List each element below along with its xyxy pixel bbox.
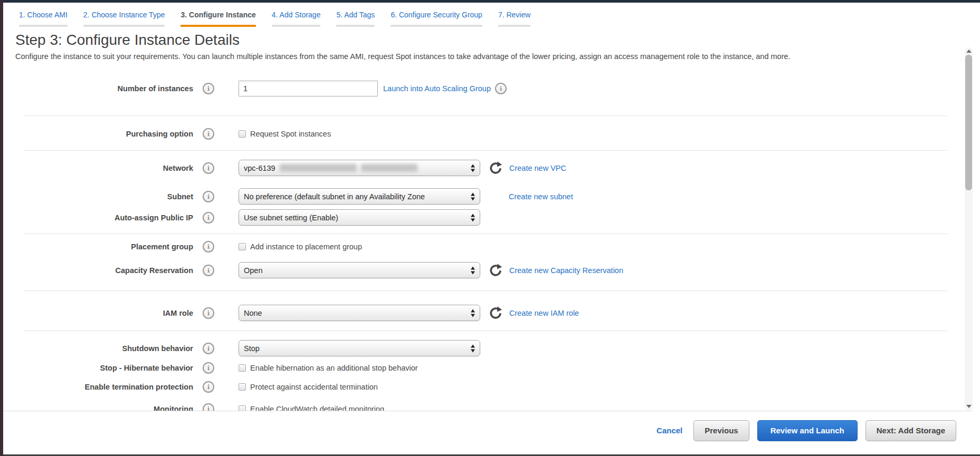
monitoring-label: Monitoring (16, 405, 193, 411)
row-auto-assign-public-ip: Auto-assign Public IP i Use subnet setti… (16, 209, 952, 226)
tab-label: 4. Add Storage (272, 11, 321, 19)
request-spot-instances-label: Request Spot instances (250, 130, 331, 138)
network-select[interactable]: vpc-6139 (239, 160, 480, 176)
info-icon[interactable]: i (203, 403, 214, 411)
tab-choose-instance-type[interactable]: 2. Choose Instance Type (83, 11, 165, 27)
tab-label: 3. Configure Instance (180, 11, 255, 19)
refresh-icon[interactable] (489, 306, 503, 320)
info-glyph: i (207, 130, 210, 138)
protect-termination-label: Protect against accidental termination (250, 383, 378, 391)
launch-into-auto-scaling-group-link[interactable]: Launch into Auto Scaling Group (383, 84, 491, 93)
scroll-up-icon[interactable] (966, 50, 972, 53)
create-new-vpc-link[interactable]: Create new VPC (509, 164, 566, 172)
request-spot-instances-checkbox[interactable] (239, 130, 246, 138)
info-icon[interactable]: i (495, 83, 507, 94)
info-icon[interactable]: i (203, 307, 214, 319)
refresh-icon[interactable] (489, 161, 503, 175)
tab-underline (19, 25, 68, 27)
tab-add-tags[interactable]: 5. Add Tags (336, 11, 375, 27)
separator (24, 331, 947, 331)
subnet-select[interactable]: No preference (default subnet in any Ava… (239, 188, 480, 205)
info-glyph: i (207, 364, 210, 372)
info-icon[interactable]: i (203, 83, 214, 94)
tab-review[interactable]: 7. Review (498, 11, 530, 27)
purchasing-option-label: Purchasing option (16, 130, 193, 138)
tab-underline (272, 25, 321, 27)
vertical-scrollbar[interactable] (965, 47, 973, 410)
info-icon[interactable]: i (203, 362, 214, 374)
select-arrows-icon (471, 164, 475, 172)
iam-role-value: None (244, 309, 262, 317)
info-glyph: i (207, 383, 210, 391)
separator (24, 290, 947, 291)
topbar (0, 0, 980, 3)
info-icon[interactable]: i (203, 212, 214, 224)
row-network: Network i vpc-6139 Create new VPC (16, 160, 952, 176)
number-of-instances-label: Number of instances (16, 84, 193, 93)
info-icon[interactable]: i (203, 381, 214, 393)
tab-label: 1. Choose AMI (19, 11, 68, 19)
termination-protection-label: Enable termination protection (16, 383, 193, 391)
protect-termination-checkbox[interactable] (239, 383, 246, 391)
row-subnet: Subnet i No preference (default subnet i… (16, 188, 952, 205)
tab-underline (391, 25, 482, 27)
info-glyph: i (207, 344, 210, 353)
page-description: Configure the instance to suit your requ… (15, 50, 812, 63)
enable-cloudwatch-monitoring-label: Enable CloudWatch detailed monitoring (250, 405, 384, 411)
scroll-down-icon[interactable] (966, 405, 972, 408)
previous-button[interactable]: Previous (693, 420, 749, 441)
row-purchasing-option: Purchasing option i Request Spot instanc… (16, 128, 952, 140)
info-glyph: i (207, 405, 210, 411)
tab-configure-security-group[interactable]: 6. Configure Security Group (391, 11, 482, 27)
info-glyph: i (207, 309, 210, 317)
row-iam-role: IAM role i None Create new IAM role (16, 305, 952, 321)
create-new-subnet-link[interactable]: Create new subnet (509, 192, 573, 201)
info-icon[interactable]: i (203, 191, 214, 202)
redacted-text (361, 164, 417, 172)
network-select-value: vpc-6139 (244, 164, 275, 172)
auto-assign-public-ip-label: Auto-assign Public IP (16, 214, 193, 222)
add-instance-to-placement-group-checkbox[interactable] (239, 243, 246, 250)
next-add-storage-button[interactable]: Next: Add Storage (865, 420, 956, 441)
tab-label: 7. Review (498, 11, 530, 19)
row-shutdown-behavior: Shutdown behavior i Stop (16, 340, 952, 356)
subnet-label: Subnet (16, 192, 193, 201)
window-left-edge (0, 0, 3, 456)
auto-assign-public-ip-select[interactable]: Use subnet setting (Enable) (239, 209, 480, 226)
create-new-capacity-reservation-link[interactable]: Create new Capacity Reservation (509, 266, 623, 275)
tab-underline (336, 25, 375, 27)
info-icon[interactable]: i (203, 265, 214, 276)
info-glyph: i (207, 266, 210, 275)
info-icon[interactable]: i (203, 343, 214, 354)
tab-label: 5. Add Tags (336, 11, 375, 19)
row-number-of-instances: Number of instances i Launch into Auto S… (16, 80, 952, 96)
create-new-iam-role-link[interactable]: Create new IAM role (509, 309, 579, 317)
select-arrows-icon (471, 192, 475, 200)
tab-choose-ami[interactable]: 1. Choose AMI (19, 11, 68, 27)
enable-cloudwatch-monitoring-checkbox[interactable] (239, 405, 246, 411)
tab-add-storage[interactable]: 4. Add Storage (272, 11, 321, 27)
enable-hibernation-checkbox[interactable] (239, 364, 246, 372)
info-icon[interactable]: i (203, 128, 214, 140)
refresh-icon[interactable] (489, 263, 503, 277)
stop-hibernate-behavior-label: Stop - Hibernate behavior (16, 364, 193, 372)
info-icon[interactable]: i (203, 241, 214, 253)
auto-assign-public-ip-value: Use subnet setting (Enable) (244, 214, 338, 222)
info-icon[interactable]: i (203, 162, 214, 174)
placement-group-label: Placement group (16, 242, 193, 251)
review-and-launch-button[interactable]: Review and Launch (757, 420, 858, 441)
iam-role-select[interactable]: None (239, 305, 480, 321)
shutdown-behavior-value: Stop (244, 344, 260, 353)
tab-underline (83, 25, 165, 27)
number-of-instances-input[interactable] (239, 81, 378, 96)
info-glyph: i (207, 84, 210, 93)
wizard-footer: Cancel Previous Review and Launch Next: … (3, 412, 980, 454)
cancel-link[interactable]: Cancel (656, 426, 682, 435)
subnet-select-value: No preference (default subnet in any Ava… (244, 192, 425, 201)
row-placement-group: Placement group i Add instance to placem… (16, 241, 952, 253)
tab-configure-instance[interactable]: 3. Configure Instance (180, 11, 255, 27)
select-arrows-icon (471, 214, 475, 221)
capacity-reservation-select[interactable]: Open (239, 262, 480, 278)
scrollbar-thumb[interactable] (965, 55, 972, 190)
shutdown-behavior-select[interactable]: Stop (239, 340, 480, 356)
